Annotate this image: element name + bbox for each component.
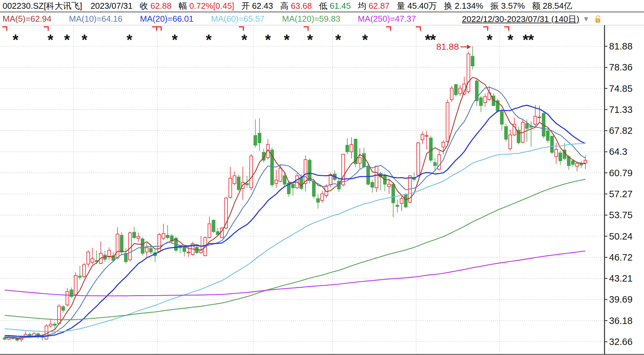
field-amount-value: 28.54亿 (543, 0, 572, 12)
unlocked-lock-icon[interactable] (594, 15, 602, 23)
svg-text:*: * (82, 31, 87, 48)
field-turnover-value: 2.134% (455, 0, 483, 12)
svg-text:*: * (265, 31, 271, 48)
svg-text:81.88: 81.88 (436, 42, 459, 52)
svg-text:67.82: 67.82 (609, 125, 633, 136)
field-open-label: 开 (241, 0, 250, 12)
field-close-label: 收 (140, 0, 148, 12)
svg-text:*: * (64, 31, 70, 48)
svg-text:*: * (307, 31, 313, 48)
svg-text:*: * (241, 31, 247, 48)
svg-text:*: * (48, 31, 53, 48)
field-amplitude-value: 3.57% (501, 0, 525, 12)
svg-text:*: * (528, 31, 534, 48)
field-high-label: 高 (280, 0, 289, 12)
svg-text:78.36: 78.36 (609, 62, 633, 72)
y-axis-labels: 81.8878.3674.8571.3367.8264.360.7957.275… (609, 41, 633, 347)
field-turnover-label: 换 (444, 0, 452, 12)
field-volume-label: 量 (397, 0, 405, 12)
stock-title: 002230.SZ[科大讯飞] (3, 0, 82, 12)
ma10-legend: MA(10)=64.16 (69, 14, 122, 24)
field-low-value: 61.45 (330, 0, 351, 12)
svg-text:71.33: 71.33 (609, 104, 633, 115)
svg-text:*: * (206, 31, 212, 48)
field-high-value: 63.68 (291, 0, 312, 12)
grid-layer (0, 25, 605, 354)
ma20-legend: MA(20)=66.01 (140, 14, 194, 24)
date-range-box: 2022/12/30-2023/07/31 (140日) ▼ (462, 13, 602, 25)
svg-text:81.88: 81.88 (609, 41, 633, 51)
svg-text:53.75: 53.75 (609, 210, 633, 220)
svg-text:32.66: 32.66 (609, 337, 633, 347)
svg-text:*: * (284, 31, 290, 48)
svg-text:*: * (172, 31, 178, 48)
svg-text:*: * (507, 31, 513, 48)
field-change-value: 0.72%[0.45] (189, 0, 234, 12)
date-range-selector[interactable]: 2022/12/30-2023/07/31 (140日) (462, 14, 579, 25)
svg-text:60.79: 60.79 (609, 168, 633, 178)
ma60-legend: MA(60)=65.57 (211, 14, 264, 24)
svg-text:*: * (335, 31, 341, 48)
field-close-value: 62.88 (150, 0, 172, 12)
ma120-legend: MA(120)=59.83 (282, 14, 340, 24)
field-volume-value: 45.40万 (407, 0, 437, 12)
peak-annotation: 81.88 (436, 42, 471, 52)
svg-text:*: * (127, 31, 132, 48)
svg-text:*: * (430, 31, 436, 48)
field-open-value: 62.43 (252, 0, 273, 12)
field-change-label: 幅 (179, 0, 187, 12)
svg-text:43.21: 43.21 (609, 273, 633, 284)
field-amount-label: 额 (532, 0, 540, 12)
event-flag-markers (2, 27, 509, 31)
candlestick-chart[interactable]: ******************* 81.88 81.8878.3674.8… (0, 0, 644, 355)
field-avg-label: 均 (358, 0, 366, 12)
ma5-legend: MA(5)=62.94 (3, 14, 51, 24)
svg-text:64.3: 64.3 (609, 146, 627, 157)
ma-lines-layer (5, 77, 585, 339)
svg-text:50.24: 50.24 (609, 231, 633, 242)
quote-header: 002230.SZ[科大讯飞] 2023/07/31 收 62.88 幅 0.7… (0, 0, 644, 12)
field-avg-value: 62.87 (369, 0, 390, 12)
svg-text:74.85: 74.85 (609, 83, 633, 94)
svg-text:46.72: 46.72 (609, 252, 633, 263)
svg-text:*: * (487, 31, 493, 48)
svg-text:39.69: 39.69 (609, 294, 633, 305)
svg-text:*: * (523, 31, 528, 48)
svg-text:57.27: 57.27 (609, 189, 633, 199)
chevron-down-icon[interactable]: ▼ (583, 15, 590, 23)
ma250-legend: MA(250)=47.37 (358, 14, 416, 24)
svg-text:36.18: 36.18 (609, 316, 633, 326)
svg-text:*: * (13, 31, 18, 48)
quote-date: 2023/07/31 (91, 0, 133, 12)
field-low-label: 低 (319, 0, 328, 12)
svg-text:*: * (362, 31, 368, 48)
field-amplitude-label: 振 (490, 0, 499, 12)
